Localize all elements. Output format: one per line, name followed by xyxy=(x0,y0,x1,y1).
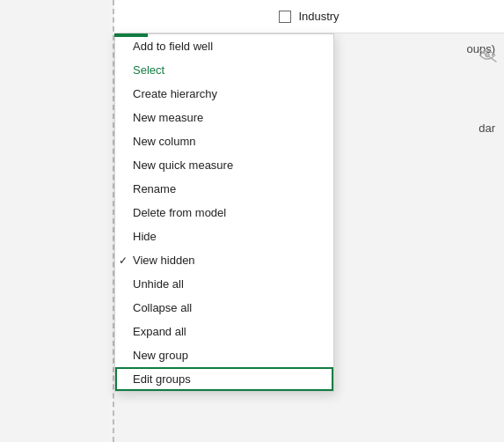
dar-text: dar xyxy=(478,122,495,135)
menu-item-label: New group xyxy=(133,349,188,362)
menu-item-unhide-all[interactable]: Unhide all xyxy=(115,272,333,296)
field-indicator xyxy=(114,33,148,37)
menu-item-label: Create hierarchy xyxy=(133,87,217,100)
menu-item-label: Delete from model xyxy=(133,206,226,219)
menu-item-label: Rename xyxy=(133,182,176,195)
menu-item-label: Select xyxy=(133,63,164,77)
checkmark-icon: ✓ xyxy=(119,254,128,267)
menu-item-label: New measure xyxy=(133,111,203,124)
menu-item-new-quick-measure[interactable]: New quick measure xyxy=(115,153,333,177)
menu-item-label: View hidden xyxy=(133,254,195,267)
menu-item-label: Expand all xyxy=(133,325,186,338)
menu-item-hide[interactable]: Hide xyxy=(115,225,333,248)
menu-item-label: Edit groups xyxy=(133,372,191,386)
menu-item-select[interactable]: Select xyxy=(115,58,333,82)
industry-label: Industry xyxy=(298,10,339,23)
menu-item-label: Hide xyxy=(133,230,157,243)
menu-item-new-group[interactable]: New group xyxy=(115,343,333,367)
menu-item-expand-all[interactable]: Expand all xyxy=(115,320,333,343)
menu-item-label: Collapse all xyxy=(133,301,192,314)
left-sidebar xyxy=(0,0,114,442)
menu-item-label: Unhide all xyxy=(133,277,184,291)
top-bar: Industry xyxy=(114,0,504,33)
menu-item-view-hidden[interactable]: ✓View hidden xyxy=(115,248,333,272)
menu-item-new-measure[interactable]: New measure xyxy=(115,106,333,129)
menu-item-edit-groups[interactable]: Edit groups xyxy=(115,367,333,391)
industry-checkbox[interactable] xyxy=(279,11,291,23)
menu-item-label: New quick measure xyxy=(133,158,233,172)
menu-item-create-hierarchy[interactable]: Create hierarchy xyxy=(115,82,333,106)
menu-item-label: New column xyxy=(133,135,196,148)
eye-strikethrough-icon xyxy=(478,48,497,67)
right-panel: oups) dar xyxy=(334,33,504,442)
menu-item-rename[interactable]: Rename xyxy=(115,177,333,201)
menu-item-delete-from-model[interactable]: Delete from model xyxy=(115,201,333,225)
menu-item-new-column[interactable]: New column xyxy=(115,129,333,153)
context-menu: Add to field wellSelectCreate hierarchyN… xyxy=(114,33,334,392)
menu-item-label: Add to field well xyxy=(133,40,213,53)
menu-item-add-to-field-well[interactable]: Add to field well xyxy=(115,34,333,58)
menu-item-collapse-all[interactable]: Collapse all xyxy=(115,296,333,320)
